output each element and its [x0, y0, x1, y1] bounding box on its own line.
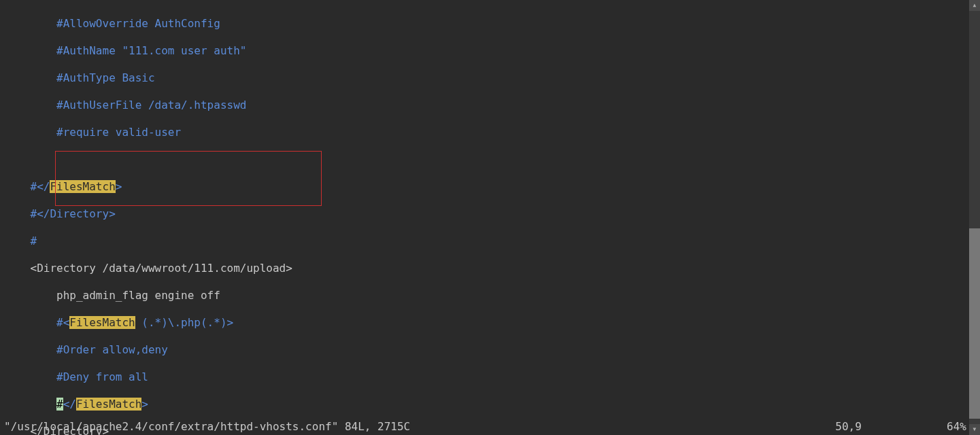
code-line: #Order allow,deny — [4, 343, 969, 357]
comment-text: #AllowOverride AuthConfig — [4, 17, 220, 30]
code-text: php_admin_flag engine off — [4, 289, 220, 302]
comment-text: #</ — [4, 180, 50, 193]
code-line: #Deny from all — [4, 370, 969, 384]
comment-text: #</Directory> — [4, 207, 116, 220]
code-editor[interactable]: #AllowOverride AuthConfig #AuthName "111… — [0, 0, 969, 435]
status-cursor-position: 50,9 — [835, 420, 862, 433]
code-line: #<FilesMatch (.*)\.php(.*)> — [4, 316, 969, 330]
status-file-info: "/usr/local/apache2.4/conf/extra/httpd-v… — [4, 420, 410, 433]
code-line: # — [4, 234, 969, 248]
search-highlight: FilesMatch — [69, 316, 135, 329]
search-highlight: FilesMatch — [76, 398, 141, 411]
comment-text: #< — [4, 316, 69, 329]
code-line: #</FilesMatch> — [4, 398, 969, 411]
code-text: <Directory /data/wwwroot/111.com/upload> — [4, 262, 292, 275]
comment-text: #Order allow,deny — [4, 343, 168, 356]
comment-text: (.*)\.php(.*)> — [135, 316, 234, 329]
code-text — [4, 398, 56, 411]
scrollbar-down-arrow-icon[interactable]: ▼ — [969, 424, 980, 435]
comment-text: > — [141, 398, 148, 411]
comment-text: #AuthUserFile /data/.htpasswd — [4, 99, 246, 111]
scrollbar-track[interactable]: ▲ ▼ — [969, 0, 980, 435]
annotation-box — [55, 151, 322, 206]
code-line: #AuthUserFile /data/.htpasswd — [4, 99, 969, 112]
code-line: #</Directory> — [4, 207, 969, 221]
code-line: <Directory /data/wwwroot/111.com/upload> — [4, 262, 969, 275]
scrollbar-up-arrow-icon[interactable]: ▲ — [969, 0, 980, 11]
code-line: #require valid-user — [4, 126, 969, 139]
comment-text: #require valid-user — [4, 126, 181, 139]
code-line: #AllowOverride AuthConfig — [4, 17, 969, 31]
comment-text: #AuthType Basic — [4, 71, 155, 84]
comment-text: # — [4, 234, 37, 247]
comment-text: </ — [63, 398, 76, 411]
status-scroll-percent: 64% — [947, 420, 966, 433]
code-line: php_admin_flag engine off — [4, 289, 969, 302]
code-line: #AuthName "111.com user auth" — [4, 44, 969, 58]
code-line: #AuthType Basic — [4, 71, 969, 85]
comment-text: #Deny from all — [4, 370, 148, 383]
cursor-position: # — [56, 398, 63, 411]
scrollbar-thumb[interactable] — [969, 228, 980, 419]
vim-status-bar: "/usr/local/apache2.4/conf/extra/httpd-v… — [4, 420, 966, 434]
comment-text: #AuthName "111.com user auth" — [4, 44, 246, 57]
